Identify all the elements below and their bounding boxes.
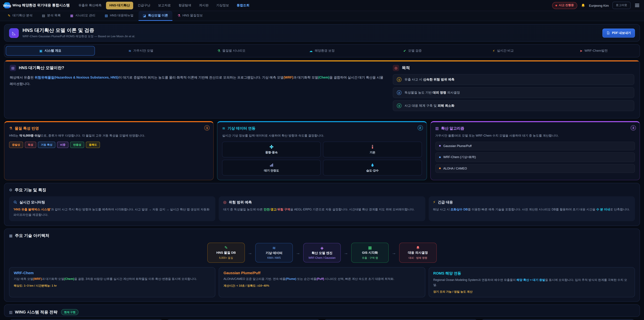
architecture-flow: ✎ HNS 물질 DB 6,000+ 물질 → ≋ 기상 데이터 KMA / A… xyxy=(9,243,635,263)
monitor-icon: ▣ xyxy=(39,49,42,53)
algorithm-list: Gaussian Plume/Puff WRF-Chem (기상+화학) ALO… xyxy=(435,142,635,173)
pencil-icon: ✎ xyxy=(224,246,228,250)
tile-humidity: 습도·강수 xyxy=(323,160,422,176)
bullet-icon xyxy=(439,168,440,169)
nav-aerial-search[interactable]: 항공탐색 xyxy=(175,2,194,9)
features-title: 주요 기능 및 특징 xyxy=(15,187,46,193)
tab-substance-scenarios[interactable]: ⚗물질별 시나리오 xyxy=(187,46,276,56)
subtab-diffusion-model-theory[interactable]: ◪확산모델 이론 xyxy=(138,11,172,21)
node-hns-substance-db: ✎ HNS 물질 DB 6,000+ 물질 xyxy=(207,243,245,263)
wind-icon: ≋ xyxy=(272,246,276,250)
feature-realtime-monitoring: 실시간 모니터링 'HNS 유출 블랙박스 시스템'과 같이 사고 즉시 확산 … xyxy=(9,196,216,221)
nav-oil-spill-prediction[interactable]: 유출유 확산예측 xyxy=(75,2,105,9)
topbar-right: 사고 진행중 Eunjeong Kim 로그아웃 xyxy=(552,2,640,9)
clipboard-icon: ▦ xyxy=(70,14,73,18)
pdf-export-button[interactable]: PDF 내보내기 xyxy=(602,28,635,38)
feature-risk-range-prediction: ◎ 위험 범위 예측 대기 중 독성물질 농도에 따른 안전/경고/위험 구역을… xyxy=(219,196,425,221)
bullet-icon xyxy=(439,156,440,158)
architecture-panel: ▦ 주요 기술 아키텍처 ✎ HNS 물질 DB 6,000+ 물질 → ≋ 기… xyxy=(4,228,640,302)
nav-emergency-rescue[interactable]: 긴급구난 xyxy=(134,2,154,9)
card-description: HNS는 약 6,000종 이상으로, 종류가 매우 다양합니다. 각 물질의 … xyxy=(9,133,209,139)
droplet-icon xyxy=(370,163,375,167)
subtab-scenario-management[interactable]: ▦시나리오 관리 xyxy=(66,11,100,21)
chem-term: (Chem) xyxy=(318,76,330,79)
menu-icon[interactable] xyxy=(634,3,640,8)
model-gaussian: Gaussian Plume/Puff ALOHA/CAMEO 표준 알고리즘 … xyxy=(219,267,425,297)
arrow-icon: → xyxy=(296,250,300,255)
strategy-panel: ▥ WING 시스템 적용 전략 현재 구현 ✎ HNS DB 연동 CHRIS… xyxy=(4,304,640,317)
book-icon: ▤ xyxy=(10,65,16,71)
main-nav: 유출유 확산예측 HNS·대기확산 긴급구난 보고자료 항공탐색 게시판 기상정… xyxy=(75,2,547,9)
logout-button[interactable]: 로그아웃 xyxy=(612,2,630,9)
search-icon xyxy=(14,200,17,204)
sub-navigation: ✎대기확산 분석 ▤분석 목록 ▦시나리오 관리 ▧HNS 대응매뉴얼 ◪확산모… xyxy=(0,11,644,21)
tab-model-validation[interactable]: ✔모델 검증 xyxy=(368,46,457,56)
wing-logo-icon: Wing xyxy=(4,2,10,9)
node-gis-visualization: ▦ GIS 시각화 유출 · 구역 맵 xyxy=(351,243,389,263)
tag-toxicity: 독성 xyxy=(25,142,36,148)
nav-weather-info[interactable]: 기상정보 xyxy=(213,2,232,9)
tag-density: 비중 xyxy=(57,142,68,148)
incident-status-badge[interactable]: 사고 진행중 xyxy=(552,2,577,9)
nav-hns-atmospheric-diffusion[interactable]: HNS·대기확산 xyxy=(106,2,133,9)
subtab-hns-response-manual[interactable]: ▧HNS 대응매뉴얼 xyxy=(100,11,138,21)
gear-icon: ⚙ xyxy=(9,188,12,192)
page-header-left: ◺ HNS 대기확산 모델 이론 및 검증 WRF-Chem·Gaussian … xyxy=(9,27,135,39)
arrow-icon: → xyxy=(392,250,396,255)
top-navigation-bar: Wing Wing 해양환경 위기대응 통합시스템 유출유 확산예측 HNS·대… xyxy=(0,0,644,11)
card-number-badge: 3 xyxy=(630,125,636,131)
tab-marine-correction[interactable]: ☁해양환경 보정 xyxy=(278,46,366,56)
strategy-card-wrf-chem: ⊕ WRF-Chem 정밀 수치 모의 3D 확산 시뮬레이션 xyxy=(324,319,478,320)
nav-reports[interactable]: 보고자료 xyxy=(155,2,174,9)
layers-icon: ▥ xyxy=(9,310,12,314)
tab-wrf-chem-evolution[interactable]: ➤WRF-Chem발전 xyxy=(549,46,638,56)
tab-system-overview[interactable]: ▣시스템 개요 xyxy=(6,46,95,56)
purpose-number-badge: 2 xyxy=(397,90,402,95)
card-weather-data: 2 ≋ 기상 데이터 연동 실시간 기상 정보를 입력 데이터로 사용하여 확산… xyxy=(217,121,427,180)
card-title: 물질 특성 반영 xyxy=(15,126,39,131)
chart-icon: ◪ xyxy=(143,14,146,18)
wind-icon: ≋ xyxy=(222,126,225,131)
nav-integrated-search[interactable]: 통합조회 xyxy=(233,2,253,9)
brand[interactable]: Wing Wing 해양환경 위기대응 통합시스템 xyxy=(4,2,70,9)
page-header: ◺ HNS 대기확산 모델 이론 및 검증 WRF-Chem·Gaussian … xyxy=(4,24,640,42)
purpose-item: 1 유출 사고 시 신속한 위험 범위 예측 xyxy=(393,74,634,85)
subtab-diffusion-analysis[interactable]: ✎대기확산 분석 xyxy=(3,11,37,21)
tile-temperature: 기온 xyxy=(323,142,422,157)
feature-body: 대기 중 독성물질 농도에 따른 안전/경고/위험 구역을 AEGL·ERPG … xyxy=(223,207,421,212)
incident-dot-icon xyxy=(556,5,557,6)
subtab-analysis-list[interactable]: ▤분석 목록 xyxy=(38,11,65,21)
card-title: 기상 데이터 연동 xyxy=(228,126,256,131)
model-stats: 계산시간: < 10초 / 정확도: ±10~40% xyxy=(224,284,420,288)
flask-icon: ⚗ xyxy=(217,49,220,53)
target-icon: ◎ xyxy=(223,200,226,205)
purpose-number-badge: 1 xyxy=(397,77,402,82)
page-title: HNS 대기확산 모델 이론 및 검증 xyxy=(22,27,135,34)
architecture-title: 주요 기술 아키텍처 xyxy=(15,233,49,239)
card-title: 확산 알고리즘 xyxy=(441,126,464,131)
purpose-number-badge: 3 xyxy=(397,103,402,108)
weather-tiles: 풍향·풍속 기온 대기 안정도 습도·강수 xyxy=(222,142,422,176)
purpose-title: 목적 xyxy=(402,65,410,71)
tag-evaporative: 증발성 xyxy=(9,142,23,148)
feature-emergency-response: ⚡ 긴급 대응 해상 사고 시 조화상수 DB를 이용한 빠른 예측 기술을 포… xyxy=(428,196,635,221)
flask-icon: ⚗ xyxy=(9,126,12,131)
purpose-item: 3 사고 대응 체계 구축 및 피해 최소화 xyxy=(393,100,634,111)
tab-gaussian-model[interactable]: ≋가우시안 모델 xyxy=(96,46,186,56)
tab-realtime-comparison[interactable]: ⚡실시간 비교 xyxy=(458,46,548,56)
nav-board[interactable]: 게시판 xyxy=(196,2,212,9)
bell-icon[interactable] xyxy=(581,3,585,8)
model-definition-title: HNS 대기확산 모델이란? xyxy=(19,65,64,71)
app: Wing Wing 해양환경 위기대응 통합시스템 유출유 확산예측 HNS·대… xyxy=(0,0,644,320)
tag-solubility: 용해도 xyxy=(86,142,100,148)
node-diffusion-model-engine: ◈ 확산 모델 엔진 WRF-Chem / Gaussian xyxy=(303,243,341,262)
document-icon xyxy=(606,31,610,35)
flask-icon: ⚗ xyxy=(178,14,180,18)
feature-body: 해상 사고 시 조화상수 DB를 이용한 빠른 예측 기술을 포함합니다. 사전… xyxy=(433,207,630,212)
card-number-badge: 1 xyxy=(204,125,210,131)
main-content: ◺ HNS 대기확산 모델 이론 및 검증 WRF-Chem·Gaussian … xyxy=(0,21,644,320)
card-description: 실시간 기상 정보를 입력 데이터로 사용하여 확산 방향과 속도를 결정합니다… xyxy=(222,133,422,139)
subtab-hns-substance-info[interactable]: ⚗HNS 물질정보 xyxy=(173,11,207,21)
list-icon: ▤ xyxy=(42,14,45,18)
building-icon: ▦ xyxy=(9,234,12,238)
